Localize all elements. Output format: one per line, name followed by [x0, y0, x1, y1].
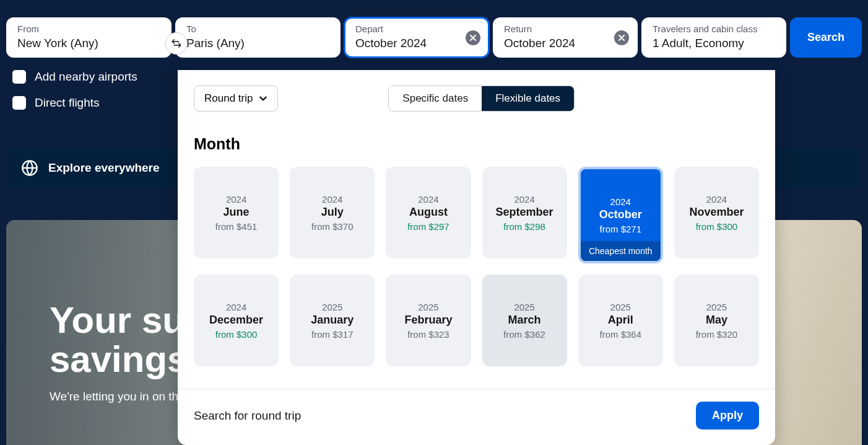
month-price: from $362: [503, 329, 545, 340]
return-label: Return: [504, 24, 627, 34]
close-icon: [618, 35, 625, 41]
month-price: from $300: [696, 221, 738, 232]
month-name: September: [496, 206, 553, 219]
month-price: from $370: [311, 221, 354, 232]
flexible-dates-tab[interactable]: Flexible dates: [482, 86, 574, 111]
month-year: 2024: [418, 194, 438, 205]
month-year: 2024: [610, 196, 631, 207]
to-field[interactable]: To Paris (Any): [175, 17, 341, 58]
footer-info-text: Search for round trip: [194, 409, 301, 423]
to-value: Paris (Any): [186, 37, 329, 50]
month-card-september-2024[interactable]: 2024Septemberfrom $298: [482, 167, 567, 258]
search-button[interactable]: Search: [790, 17, 862, 58]
month-card-november-2024[interactable]: 2024Novemberfrom $300: [674, 167, 759, 258]
month-card-may-2025[interactable]: 2025Mayfrom $320: [674, 275, 759, 366]
month-year: 2025: [610, 302, 631, 312]
to-label: To: [186, 24, 329, 34]
close-icon: [470, 35, 476, 41]
cheapest-month-badge: Cheapest month: [581, 241, 661, 261]
chevron-down-icon: [259, 94, 267, 103]
month-year: 2024: [322, 194, 342, 205]
specific-dates-tab[interactable]: Specific dates: [389, 86, 482, 111]
depart-label: Depart: [355, 24, 478, 34]
depart-field[interactable]: Depart October 2024: [344, 17, 489, 58]
from-value: New York (Any): [17, 37, 160, 50]
travelers-field[interactable]: Travelers and cabin class 1 Adult, Econo…: [641, 17, 786, 58]
month-card-june-2024[interactable]: 2024Junefrom $451: [194, 167, 279, 258]
month-name: December: [209, 314, 263, 327]
month-card-january-2025[interactable]: 2025Januaryfrom $317: [290, 275, 375, 366]
month-name: February: [404, 314, 452, 327]
month-year: 2024: [226, 302, 246, 312]
month-heading: Month: [178, 112, 775, 156]
month-year: 2025: [706, 302, 727, 312]
from-label: From: [17, 24, 160, 34]
direct-flights-label: Direct flights: [35, 96, 100, 110]
month-price: from $297: [407, 221, 449, 232]
travelers-label: Travelers and cabin class: [653, 24, 775, 34]
date-mode-toggle: Specific dates Flexible dates: [388, 86, 575, 112]
month-price: from $271: [599, 224, 641, 234]
trip-type-label: Round trip: [204, 92, 253, 105]
month-card-december-2024[interactable]: 2024Decemberfrom $300: [194, 275, 279, 366]
month-price: from $451: [215, 221, 258, 232]
month-name: August: [409, 206, 448, 219]
explore-label: Explore everywhere: [48, 161, 160, 175]
month-name: April: [608, 314, 633, 327]
month-price: from $320: [696, 329, 738, 340]
month-card-february-2025[interactable]: 2025Februaryfrom $323: [386, 275, 471, 366]
month-card-august-2024[interactable]: 2024Augustfrom $297: [386, 167, 471, 258]
month-card-march-2025[interactable]: 2025Marchfrom $362: [482, 275, 567, 366]
nearby-airports-label: Add nearby airports: [35, 70, 137, 84]
month-price: from $364: [599, 329, 641, 340]
swap-icon: [171, 38, 182, 49]
swap-origins-button[interactable]: [165, 32, 188, 55]
month-price: from $298: [503, 221, 545, 232]
from-field[interactable]: From New York (Any): [6, 17, 171, 58]
month-year: 2025: [418, 302, 438, 312]
month-price: from $300: [215, 329, 258, 340]
month-name: June: [224, 206, 250, 219]
return-value: October 2024: [504, 37, 627, 50]
checkbox-icon: [12, 70, 26, 84]
month-card-october-2024[interactable]: 2024Octoberfrom $271Cheapest month: [578, 167, 663, 263]
month-price: from $323: [407, 329, 449, 340]
month-name: January: [311, 314, 354, 327]
checkbox-icon: [12, 96, 26, 110]
month-card-july-2024[interactable]: 2024Julyfrom $370: [290, 167, 375, 258]
clear-depart-button[interactable]: [466, 30, 480, 45]
trip-type-selector[interactable]: Round trip: [194, 86, 278, 112]
month-year: 2024: [706, 194, 727, 205]
month-name: October: [599, 208, 642, 221]
month-name: May: [706, 314, 727, 327]
month-price: from $317: [311, 329, 354, 340]
globe-icon: [21, 159, 38, 177]
month-year: 2024: [226, 194, 246, 205]
return-field[interactable]: Return October 2024: [493, 17, 638, 58]
month-year: 2025: [322, 302, 342, 312]
month-year: 2025: [514, 302, 534, 312]
month-name: November: [689, 206, 744, 219]
month-card-april-2025[interactable]: 2025Aprilfrom $364: [578, 275, 663, 366]
apply-button[interactable]: Apply: [696, 402, 759, 430]
month-year: 2024: [514, 194, 534, 205]
date-picker-panel: Round trip Specific dates Flexible dates…: [178, 70, 775, 445]
month-name: March: [508, 314, 541, 327]
depart-value: October 2024: [355, 37, 478, 50]
month-name: July: [321, 206, 344, 219]
travelers-value: 1 Adult, Economy: [653, 37, 775, 50]
clear-return-button[interactable]: [614, 30, 629, 45]
